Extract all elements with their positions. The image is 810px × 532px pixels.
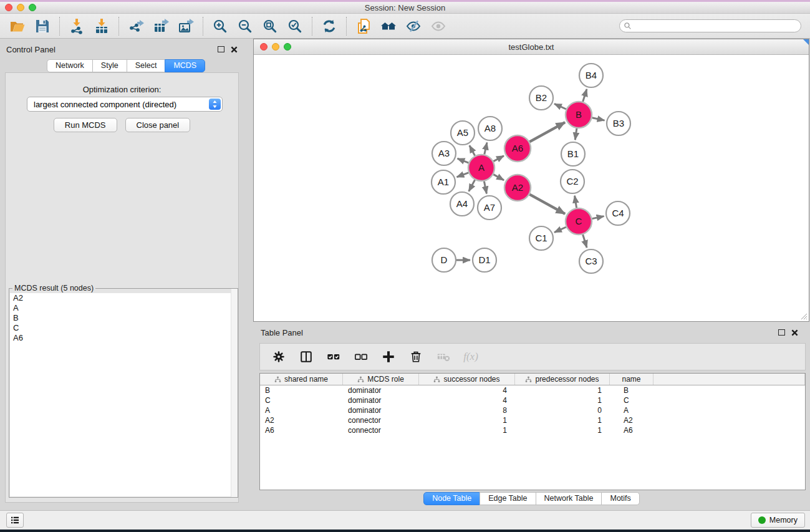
close-mcds-panel-button[interactable]: Close panel — [125, 118, 191, 132]
network-window-titlebar[interactable]: testGlobe.txt — [254, 39, 809, 55]
show-hidden-button[interactable] — [427, 16, 450, 37]
graph-edge-C-C2[interactable] — [575, 196, 577, 208]
function-builder-button[interactable]: f(x) — [462, 348, 480, 365]
close-table-panel-button[interactable] — [791, 329, 798, 336]
graph-edge-B-B1[interactable] — [575, 128, 577, 140]
memory-button[interactable]: Memory — [751, 513, 805, 528]
zoom-selected-button[interactable] — [284, 16, 306, 37]
table-row[interactable]: Adominator80A — [260, 405, 805, 415]
graph-edge-A-A8[interactable] — [485, 143, 487, 155]
graph-node-C[interactable]: C — [566, 208, 592, 235]
column-header-mcds-role[interactable]: MCDS role — [343, 374, 419, 385]
graph-edge-A-A2[interactable] — [493, 175, 504, 180]
hide-selected-button[interactable] — [402, 16, 425, 37]
mcds-result-item[interactable]: A — [10, 303, 237, 313]
graph-node-B4[interactable]: B4 — [579, 64, 603, 87]
mcds-result-item[interactable]: B — [10, 313, 237, 323]
export-network-button[interactable] — [125, 16, 147, 37]
graph-node-D[interactable]: D — [432, 248, 456, 272]
import-table-button[interactable] — [90, 16, 113, 37]
table-settings-button[interactable] — [270, 348, 287, 365]
import-network-button[interactable] — [65, 16, 88, 37]
zoom-out-button[interactable] — [234, 16, 256, 37]
table-row[interactable]: Cdominator41C — [260, 395, 805, 405]
maximize-window-button[interactable] — [29, 4, 36, 11]
graph-node-A7[interactable]: A7 — [478, 196, 501, 220]
graph-node-A4[interactable]: A4 — [450, 192, 474, 216]
column-header-shared-name[interactable]: shared name — [260, 374, 343, 385]
open-session-button[interactable] — [6, 16, 29, 37]
column-header-successor-nodes[interactable]: successor nodes — [419, 374, 515, 385]
mcds-result-item[interactable]: A2 — [10, 293, 237, 303]
toggle-columns-button[interactable] — [297, 348, 315, 365]
graph-edge-A-A7[interactable] — [484, 181, 486, 194]
select-all-rows-button[interactable] — [325, 348, 342, 365]
graph-node-A[interactable]: A — [468, 155, 494, 181]
optimization-criterion-select[interactable]: largest connected component (directed) — [27, 97, 223, 112]
table-tab-edge-table[interactable]: Edge Table — [480, 492, 536, 505]
save-session-button[interactable] — [31, 16, 54, 37]
apply-layout-button[interactable] — [318, 16, 340, 37]
table-tab-network-table[interactable]: Network Table — [536, 492, 602, 505]
close-window-button[interactable] — [5, 4, 12, 11]
mcds-result-item[interactable]: C — [10, 323, 237, 333]
mcds-result-item[interactable]: A6 — [10, 333, 237, 343]
export-image-button[interactable] — [175, 16, 197, 37]
table-row[interactable]: Bdominator41B — [260, 385, 805, 395]
graph-node-A6[interactable]: A6 — [504, 135, 531, 162]
graph-node-B3[interactable]: B3 — [607, 112, 630, 135]
graph-node-A5[interactable]: A5 — [451, 121, 475, 145]
float-panel-button[interactable] — [218, 46, 224, 52]
graph-edge-C-C1[interactable] — [554, 227, 566, 233]
tab-select[interactable]: Select — [127, 59, 166, 72]
search-input[interactable] — [619, 19, 801, 32]
tab-mcds[interactable]: MCDS — [165, 59, 205, 72]
tab-style[interactable]: Style — [92, 59, 127, 72]
network-close-button[interactable] — [260, 43, 268, 51]
graph-node-B1[interactable]: B1 — [561, 142, 585, 166]
export-table-button[interactable] — [150, 16, 172, 37]
zoom-fit-button[interactable] — [259, 16, 281, 37]
graph-edge-A2-C[interactable] — [529, 195, 565, 214]
graph-edge-A-A4[interactable] — [469, 180, 475, 191]
graph-node-B[interactable]: B — [566, 102, 592, 128]
delete-table-button[interactable] — [435, 348, 452, 365]
tab-network[interactable]: Network — [47, 59, 93, 72]
close-panel-button[interactable] — [231, 46, 238, 53]
deselect-all-rows-button[interactable] — [352, 348, 370, 365]
resize-grip-icon[interactable] — [800, 312, 808, 320]
column-header-predecessor-nodes[interactable]: predecessor nodes — [515, 374, 610, 385]
float-table-panel-button[interactable] — [778, 329, 785, 336]
table-row[interactable]: A2connector11A2 — [260, 415, 805, 425]
graph-edge-C-C4[interactable] — [592, 216, 604, 219]
mcds-result-list[interactable]: A2ABCA6 — [10, 293, 237, 496]
zoom-in-button[interactable] — [209, 16, 231, 37]
new-network-from-selection-button[interactable] — [352, 16, 375, 37]
minimize-window-button[interactable] — [17, 4, 24, 11]
graph-node-A1[interactable]: A1 — [432, 170, 455, 194]
graph-edge-A-A5[interactable] — [470, 145, 475, 155]
add-column-button[interactable] — [380, 348, 397, 365]
graph-node-C4[interactable]: C4 — [606, 201, 630, 225]
graph-edge-B-B4[interactable] — [583, 89, 587, 102]
table-tab-motifs[interactable]: Motifs — [601, 492, 639, 505]
graph-node-D1[interactable]: D1 — [473, 248, 496, 272]
mcds-result-scrollbar[interactable] — [231, 289, 238, 497]
graph-edge-B-B2[interactable] — [554, 104, 566, 109]
network-canvas[interactable]: B4B2BB3A8A5A6A3B1AA1C2A2A4A7C4CC1C3DD1 — [254, 55, 809, 321]
network-minimize-button[interactable] — [272, 43, 279, 51]
graph-edge-B-B3[interactable] — [592, 118, 605, 120]
first-neighbors-button[interactable] — [377, 16, 400, 37]
graph-node-C1[interactable]: C1 — [529, 226, 553, 250]
graph-node-A2[interactable]: A2 — [504, 175, 531, 201]
graph-edge-A-A3[interactable] — [458, 158, 469, 163]
graph-edge-C-C3[interactable] — [583, 235, 587, 248]
graph-node-C3[interactable]: C3 — [579, 249, 603, 273]
delete-columns-button[interactable] — [407, 348, 425, 365]
network-maximize-button[interactable] — [284, 43, 291, 51]
task-history-button[interactable] — [6, 513, 24, 528]
run-mcds-button[interactable]: Run MCDS — [54, 118, 117, 132]
graph-edge-A-A1[interactable] — [457, 173, 469, 177]
graph-node-C2[interactable]: C2 — [561, 170, 584, 193]
graph-node-A8[interactable]: A8 — [478, 117, 502, 140]
